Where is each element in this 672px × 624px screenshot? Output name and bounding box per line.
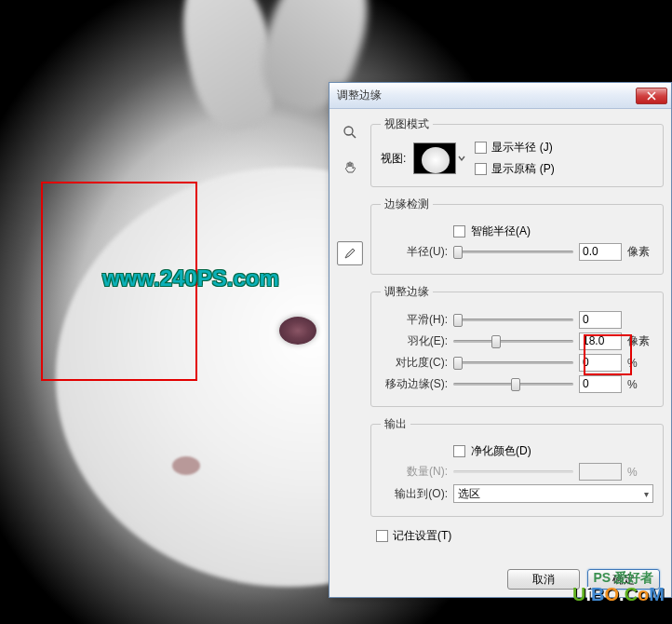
close-icon <box>647 91 656 101</box>
view-thumbnail[interactable] <box>413 142 456 174</box>
hand-icon <box>343 160 357 175</box>
contrast-unit: % <box>627 357 653 370</box>
chevron-down-icon: ▾ <box>644 489 649 499</box>
shift-edge-slider[interactable] <box>453 376 573 393</box>
decontaminate-checkbox[interactable] <box>453 445 465 457</box>
close-button[interactable] <box>636 88 667 104</box>
amount-label: 数量(N): <box>381 464 448 480</box>
svg-line-1 <box>352 134 356 138</box>
hand-tool[interactable] <box>337 156 363 180</box>
watermark-240ps: www.240PS.com <box>102 265 279 292</box>
output-to-value: 选区 <box>458 486 480 502</box>
radius-input[interactable]: 0.0 <box>579 243 622 261</box>
view-mode-legend: 视图模式 <box>381 116 433 132</box>
rabbit-nose <box>172 456 200 475</box>
smart-radius-label: 智能半径(A) <box>471 224 531 239</box>
amount-slider <box>453 464 573 481</box>
smart-radius-checkbox[interactable] <box>453 225 465 237</box>
chevron-down-icon <box>458 155 465 162</box>
smooth-input[interactable]: 0 <box>579 311 622 329</box>
view-mode-group: 视图模式 视图: 显示半径 (J) <box>370 116 664 187</box>
refine-edge-dialog: 调整边缘 视图模式 视图: <box>329 82 672 598</box>
decontaminate-label: 净化颜色(D) <box>471 443 531 459</box>
output-group: 输出 净化颜色(D) 数量(N): % 输出到(O): 选区 <box>370 416 664 517</box>
show-original-checkbox[interactable] <box>475 163 487 175</box>
cancel-button[interactable]: 取消 <box>507 569 580 590</box>
amount-input <box>579 463 622 481</box>
output-to-dropdown[interactable]: 选区 ▾ <box>453 484 653 503</box>
show-radius-label: 显示半径 (J) <box>491 140 552 156</box>
contrast-input[interactable]: 0 <box>579 354 622 372</box>
contrast-slider[interactable] <box>453 355 573 372</box>
dialog-titlebar[interactable]: 调整边缘 <box>329 83 671 109</box>
refine-brush-tool[interactable] <box>337 241 363 265</box>
show-original-label: 显示原稿 (P) <box>491 161 554 177</box>
amount-unit: % <box>627 466 653 479</box>
shift-edge-label: 移动边缘(S): <box>381 376 448 392</box>
radius-label: 半径(U): <box>381 244 448 260</box>
edge-detection-group: 边缘检测 智能半径(A) 半径(U): 0.0 像素 <box>370 197 664 275</box>
brush-icon <box>343 246 357 261</box>
feather-label: 羽化(E): <box>381 333 448 349</box>
remember-settings-checkbox[interactable] <box>376 530 388 542</box>
radius-unit: 像素 <box>627 244 653 260</box>
smooth-label: 平滑(H): <box>381 312 448 328</box>
output-legend: 输出 <box>381 416 410 432</box>
output-to-label: 输出到(O): <box>381 486 448 502</box>
show-radius-checkbox[interactable] <box>475 142 487 154</box>
magnifier-icon <box>343 125 357 140</box>
smooth-slider[interactable] <box>453 312 573 329</box>
adjust-edge-legend: 调整边缘 <box>381 284 433 300</box>
svg-point-0 <box>344 127 353 135</box>
feather-input[interactable]: 18.0 <box>579 332 622 350</box>
view-dropdown-arrow[interactable] <box>456 155 467 162</box>
shift-edge-unit: % <box>627 378 653 391</box>
feather-unit: 像素 <box>627 333 653 349</box>
watermark-uibo: UiBO.CoM <box>572 584 665 605</box>
shift-edge-input[interactable]: 0 <box>579 375 622 393</box>
radius-slider[interactable] <box>453 244 573 261</box>
adjust-edge-group: 调整边缘 平滑(H): 0 羽化(E): 18.0 <box>370 284 664 407</box>
remember-settings-label: 记住设置(T) <box>393 528 451 544</box>
tool-column <box>337 116 370 590</box>
zoom-tool[interactable] <box>337 120 363 144</box>
edge-detection-legend: 边缘检测 <box>381 197 433 212</box>
rabbit-eye <box>279 317 316 345</box>
feather-slider[interactable] <box>453 333 573 350</box>
contrast-label: 对比度(C): <box>381 355 448 371</box>
view-label: 视图: <box>381 151 406 167</box>
dialog-title: 调整边缘 <box>337 88 636 103</box>
